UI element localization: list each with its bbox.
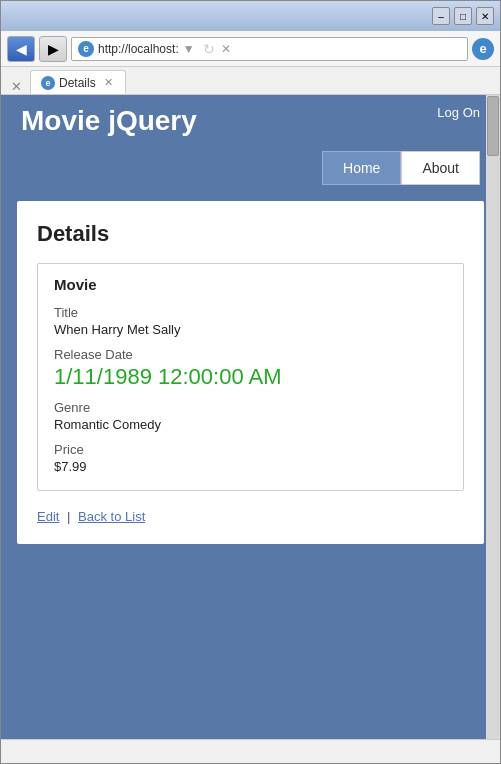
page-title: Details [37,221,464,247]
browser-window: – □ ✕ ◀ ▶ e http://localhost: ▼ ↻ ✕ e ✕ … [0,0,501,764]
forward-button[interactable]: ▶ [39,36,67,62]
detail-box: Movie Title When Harry Met Sally Release… [37,263,464,491]
title-bar: – □ ✕ [1,1,500,31]
log-on-link[interactable]: Log On [437,105,480,120]
price-value: $7.99 [54,459,447,474]
release-date-value: 1/11/1989 12:00:00 AM [54,364,447,390]
scrollbar[interactable] [486,95,500,739]
app-title: Movie jQuery [21,105,480,147]
edit-link[interactable]: Edit [37,509,59,524]
title-value: When Harry Met Sally [54,322,447,337]
url-text: http://localhost: [98,42,179,56]
active-tab[interactable]: e Details ✕ [30,70,126,94]
main-content: Details Movie Title When Harry Met Sally… [17,201,484,544]
scrollbar-thumb[interactable] [487,96,499,156]
genre-value: Romantic Comedy [54,417,447,432]
action-separator: | [67,509,70,524]
minimize-button[interactable]: – [432,7,450,25]
tab-title: Details [59,76,96,90]
back-button[interactable]: ◀ [7,36,35,62]
url-dropdown[interactable]: ▼ [183,42,195,56]
address-input[interactable]: e http://localhost: ▼ ↻ ✕ [71,37,468,61]
genre-label: Genre [54,400,447,415]
nav-home[interactable]: Home [322,151,401,185]
nav-menu: Home About [21,151,480,185]
refresh-icon[interactable]: ↻ [203,41,215,57]
title-label: Title [54,305,447,320]
ie-logo: e [472,38,494,60]
browser-content: ✕ Log On Movie jQuery Home About Details… [1,95,500,739]
new-tab-close[interactable]: ✕ [9,79,24,94]
stop-icon[interactable]: ✕ [221,42,231,56]
release-date-label: Release Date [54,347,447,362]
address-bar: ◀ ▶ e http://localhost: ▼ ↻ ✕ e [1,31,500,67]
status-bar [1,739,500,763]
close-button[interactable]: ✕ [476,7,494,25]
price-label: Price [54,442,447,457]
section-title: Movie [54,276,447,293]
nav-about[interactable]: About [401,151,480,185]
actions-bar: Edit | Back to List [37,509,464,524]
tab-favicon: e [41,76,55,90]
tab-close-button[interactable]: ✕ [102,76,115,89]
tab-bar: ✕ e Details ✕ [1,67,500,95]
app-header: Log On Movie jQuery Home About [1,95,500,185]
browser-icon: e [78,41,94,57]
back-to-list-link[interactable]: Back to List [78,509,145,524]
maximize-button[interactable]: □ [454,7,472,25]
